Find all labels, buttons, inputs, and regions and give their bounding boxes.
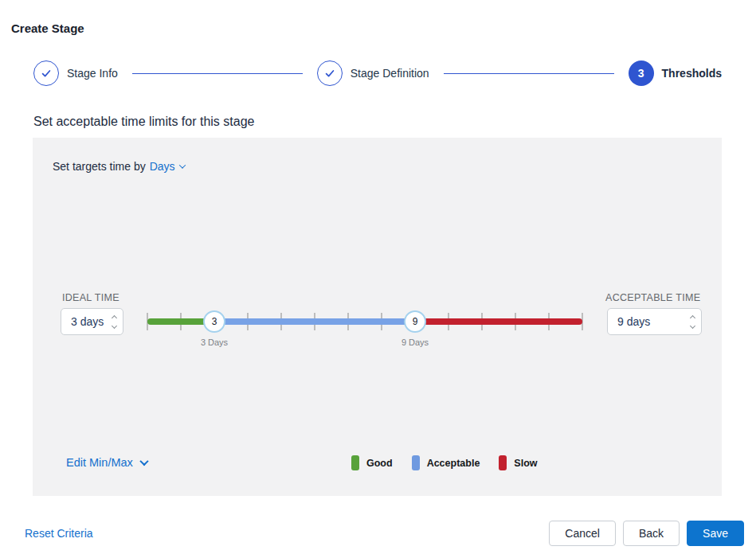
- time-slider[interactable]: 3 9 3 Days 9 Days: [147, 302, 582, 353]
- legend-item-acceptable: Acceptable: [412, 455, 480, 470]
- slider-handle-ideal[interactable]: 3: [203, 310, 225, 333]
- stepper-connector: [132, 73, 303, 74]
- edit-minmax-toggle[interactable]: Edit Min/Max: [66, 456, 147, 469]
- good-swatch-icon: [351, 455, 359, 470]
- spinner-arrows[interactable]: [112, 316, 116, 328]
- step-label: Stage Info: [67, 67, 118, 80]
- section-heading: Set acceptable time limits for this stag…: [33, 115, 254, 129]
- chevron-up-icon: [690, 314, 695, 320]
- slow-swatch-icon: [499, 455, 507, 470]
- slider-segment-slow: [415, 318, 582, 325]
- edit-minmax-label: Edit Min/Max: [66, 456, 133, 469]
- create-stage-dialog: Create Stage Stage Info Stage Definition…: [0, 0, 756, 558]
- spinner-arrows[interactable]: [691, 316, 695, 328]
- page-title: Create Stage: [11, 21, 84, 35]
- legend-label: Acceptable: [427, 458, 480, 469]
- acceptable-time-input[interactable]: [617, 315, 687, 328]
- ideal-time-label: IDEAL TIME: [62, 292, 119, 303]
- save-button[interactable]: Save: [687, 521, 744, 546]
- thresholds-panel: Set targets time by Days IDEAL TIME ACCE…: [33, 138, 722, 496]
- slider-handle-label: 9 Days: [402, 338, 429, 347]
- legend-label: Slow: [514, 458, 537, 469]
- chevron-up-icon: [112, 314, 117, 320]
- step-label: Thresholds: [662, 67, 722, 80]
- ideal-time-input[interactable]: [71, 315, 109, 328]
- check-circle-icon: [33, 60, 59, 86]
- chevron-down-icon: [178, 162, 185, 168]
- legend-item-slow: Slow: [499, 455, 537, 470]
- stepper: Stage Info Stage Definition 3 Thresholds: [33, 60, 722, 86]
- acceptable-swatch-icon: [412, 455, 420, 470]
- cancel-button[interactable]: Cancel: [549, 521, 616, 546]
- step-stage-info[interactable]: Stage Info: [33, 60, 118, 86]
- footer-buttons: Cancel Back Save: [549, 521, 744, 546]
- targets-time-row: Set targets time by Days: [53, 160, 185, 173]
- unit-dropdown-value: Days: [150, 160, 175, 173]
- reset-criteria-link[interactable]: Reset Criteria: [25, 527, 93, 540]
- unit-dropdown[interactable]: Days: [150, 160, 185, 173]
- slider-handle-acceptable[interactable]: 9: [404, 310, 426, 333]
- legend-item-good: Good: [351, 455, 393, 470]
- acceptable-time-label: ACCEPTABLE TIME: [605, 292, 700, 303]
- dialog-footer: Reset Criteria Cancel Back Save: [25, 521, 744, 546]
- targets-prefix: Set targets time by: [53, 160, 146, 173]
- chevron-down-icon: [139, 457, 148, 466]
- slider-legend: Good Acceptable Slow: [351, 455, 538, 470]
- acceptable-time-stepper[interactable]: [607, 308, 702, 335]
- step-label: Stage Definition: [351, 67, 429, 80]
- step-thresholds[interactable]: 3 Thresholds: [629, 60, 722, 86]
- chevron-down-icon: [690, 322, 695, 328]
- back-button[interactable]: Back: [623, 521, 680, 546]
- check-circle-icon: [317, 60, 343, 86]
- step-stage-definition[interactable]: Stage Definition: [317, 60, 429, 86]
- slider-segment-acceptable: [214, 318, 415, 325]
- step-number-badge: 3: [629, 60, 654, 86]
- ideal-time-stepper[interactable]: [61, 308, 123, 335]
- stepper-connector: [444, 73, 614, 74]
- chevron-down-icon: [112, 322, 117, 328]
- slider-handle-label: 3 Days: [201, 338, 228, 347]
- legend-label: Good: [366, 458, 393, 469]
